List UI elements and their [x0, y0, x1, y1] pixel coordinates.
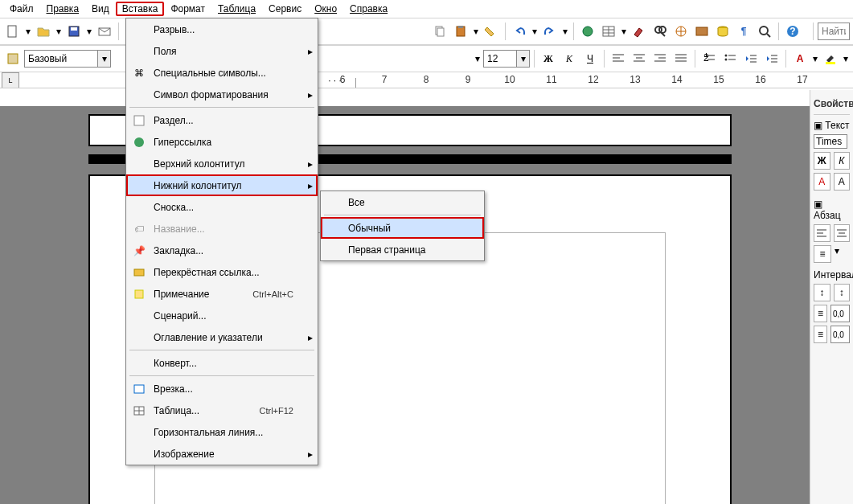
svg-point-58 [134, 137, 144, 147]
menu-item-script[interactable]: Сценарий... [126, 305, 318, 326]
menu-file[interactable]: Файл [3, 2, 40, 16]
spacing-inc-icon[interactable]: ↕ [814, 284, 830, 301]
save-button[interactable] [64, 22, 84, 41]
above-space-input[interactable] [830, 305, 850, 322]
globe-icon [131, 134, 147, 150]
dropdown-icon[interactable]: ▾ [561, 26, 569, 37]
menu-edit[interactable]: Правка [40, 2, 86, 16]
open-button[interactable] [34, 22, 53, 41]
menu-view[interactable]: Вид [85, 2, 116, 16]
align-right-button[interactable] [650, 49, 670, 68]
bold-icon[interactable]: Ж [814, 152, 830, 170]
gallery-button[interactable] [692, 22, 712, 41]
spacing-dec-icon[interactable]: ↕ [834, 284, 851, 301]
menu-item-table[interactable]: Таблица...Ctrl+F12 [126, 400, 318, 421]
dropdown-icon[interactable]: ▾ [472, 26, 480, 37]
align-center-icon[interactable] [834, 224, 851, 242]
email-button[interactable] [95, 22, 114, 41]
align-left-icon[interactable] [814, 224, 830, 242]
align-center-button[interactable] [629, 49, 649, 68]
menu-item-break[interactable]: Разрыв... [126, 18, 318, 40]
font-color-icon[interactable]: A [814, 173, 830, 191]
dropdown-icon[interactable]: ▾ [842, 53, 850, 64]
dropdown-icon[interactable]: ▾ [531, 26, 539, 37]
table-button[interactable] [599, 22, 618, 41]
svg-rect-17 [696, 27, 707, 35]
caption-icon: 🏷 [131, 221, 147, 237]
nonprint-button[interactable]: ¶ [734, 22, 753, 41]
underline-button[interactable]: Ч [580, 49, 600, 68]
dropdown-icon[interactable]: ▾ [55, 26, 63, 37]
menu-item-bookmark[interactable]: 📌Закладка... [126, 240, 318, 261]
below-space-input[interactable] [830, 326, 850, 343]
menu-insert[interactable]: Вставка [116, 2, 165, 16]
number-list-button[interactable]: 12 [699, 49, 719, 68]
bullets-icon[interactable]: ≡ [814, 245, 831, 263]
dec-indent-button[interactable] [741, 49, 761, 68]
format-paint-button[interactable] [482, 22, 501, 41]
styles-button[interactable] [629, 22, 649, 41]
menu-table[interactable]: Таблица [211, 2, 262, 16]
help-button[interactable]: ? [783, 22, 802, 41]
menu-item-crossref[interactable]: Перекрёстная ссылка... [126, 261, 318, 283]
zoom-button[interactable] [755, 22, 774, 41]
datasource-button[interactable] [713, 22, 732, 41]
redo-button[interactable] [540, 22, 560, 41]
font-size-combo[interactable]: ▾ [483, 50, 530, 68]
menu-item-toc[interactable]: Оглавление и указатели▸ [126, 326, 318, 348]
menu-item-format-mark[interactable]: Символ форматирования▸ [126, 84, 318, 105]
align-justify-button[interactable] [671, 49, 691, 68]
inc-indent-button[interactable] [762, 49, 781, 68]
menu-help[interactable]: Справка [343, 2, 394, 16]
above-space-icon[interactable]: ≡ [814, 305, 827, 322]
dropdown-icon[interactable]: ▾ [474, 53, 482, 64]
paragraph-style-combo[interactable]: ▾ [24, 50, 111, 68]
svg-rect-50 [826, 62, 835, 64]
menu-item-hyperlink[interactable]: Гиперссылка [126, 131, 318, 153]
menu-item-envelope[interactable]: Конверт... [126, 352, 318, 374]
submenu-item-default[interactable]: Обычный [321, 217, 484, 239]
align-left-button[interactable] [609, 49, 628, 68]
find-button[interactable] [650, 22, 670, 41]
menu-item-special-chars[interactable]: ⌘Специальные символы... [126, 62, 318, 84]
menu-item-footer[interactable]: Нижний колонтитул▸ [126, 174, 318, 196]
below-space-icon[interactable]: ≡ [814, 326, 827, 343]
copy-button[interactable] [430, 22, 449, 41]
submenu-item-all[interactable]: Все [321, 191, 484, 213]
dropdown-icon[interactable]: ▾ [811, 53, 819, 64]
menu-item-note[interactable]: ПримечаниеCtrl+Alt+C [126, 283, 318, 305]
menu-item-section[interactable]: Раздел... [126, 109, 318, 131]
bold-button[interactable]: Ж [539, 49, 558, 68]
menu-window[interactable]: Окно [308, 2, 343, 16]
italic-button[interactable]: К [560, 49, 579, 68]
menu-item-fields[interactable]: Поля▸ [126, 40, 318, 62]
menu-item-footnote[interactable]: Сноска... [126, 196, 318, 218]
menu-tools[interactable]: Сервис [262, 2, 308, 16]
hyperlink-button[interactable] [578, 22, 597, 41]
bullet-list-button[interactable] [720, 49, 740, 68]
highlight-button[interactable] [821, 49, 840, 68]
new-button[interactable] [3, 22, 23, 41]
menu-format[interactable]: Формат [164, 2, 211, 16]
insert-menu-popup: Разрыв... Поля▸ ⌘Специальные символы... … [125, 18, 318, 465]
submenu-item-first-page[interactable]: Первая страница [321, 239, 484, 260]
menu-item-frame[interactable]: Врезка... [126, 378, 318, 400]
dropdown-icon[interactable]: ▾ [24, 26, 32, 37]
italic-icon[interactable]: К [834, 152, 851, 170]
document-area[interactable] [0, 106, 810, 504]
char-effect-icon[interactable]: A [834, 173, 851, 191]
menu-item-hline[interactable]: Горизонтальная линия... [126, 421, 318, 443]
navigator-button[interactable] [671, 22, 691, 41]
sidebar-properties[interactable]: Свойства ▣ Текст Ж К A A ▣ Абзац ≡ ▾ Инт… [810, 90, 853, 504]
menu-item-header[interactable]: Верхний колонтитул▸ [126, 153, 318, 174]
undo-button[interactable] [510, 22, 529, 41]
styles-window-button[interactable] [3, 49, 23, 68]
font-name-input[interactable] [814, 134, 847, 149]
submenu-arrow-icon: ▸ [308, 89, 313, 100]
dropdown-icon[interactable]: ▾ [620, 26, 628, 37]
dropdown-icon[interactable]: ▾ [85, 26, 93, 37]
paste-button[interactable] [451, 22, 470, 41]
menu-item-image[interactable]: Изображение▸ [126, 443, 318, 465]
font-color-button[interactable]: A [790, 49, 810, 68]
find-input[interactable] [818, 23, 850, 40]
